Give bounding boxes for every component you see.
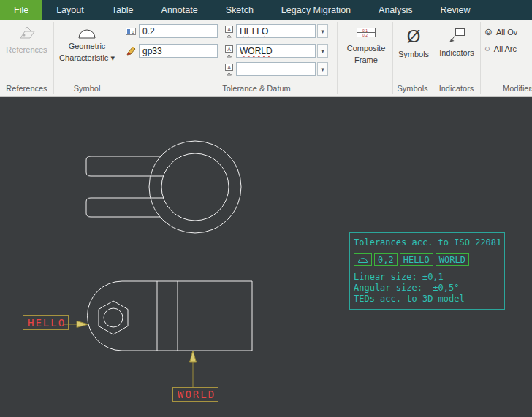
fcf-symbol-cell <box>354 253 372 266</box>
datum-dropdown-button-2[interactable]: ▾ <box>317 44 328 58</box>
svg-text:A: A <box>227 27 231 32</box>
note-linear-size: Linear size: ±0,1 <box>354 272 501 283</box>
datum-text-2: WORLD <box>240 46 273 56</box>
svg-text:A: A <box>227 65 231 70</box>
datum-field-1[interactable]: HELLO <box>236 24 316 38</box>
top-prong <box>86 156 164 176</box>
svg-text:0.2: 0.2 <box>362 33 368 37</box>
chevron-down-icon: ▾ <box>321 66 324 73</box>
group-label-references: References <box>0 84 53 93</box>
chevron-down-icon: ▾ <box>321 47 324 55</box>
composite-frame-icon: 0.1 0.2 <box>355 24 377 42</box>
feature-control-frame: 0,2 HELLO WORLD <box>354 253 501 266</box>
drawing-canvas: HELLO WORLD Tolerances acc. to ISO 22081… <box>0 97 532 417</box>
datum-field-3[interactable] <box>236 62 316 76</box>
geometric-characteristic-label-1: Geometric <box>69 42 106 51</box>
references-icon <box>18 24 37 43</box>
note-title: Tolerances acc. to ISO 22081 <box>354 237 501 248</box>
ribbon: References References Geometric Characte… <box>0 20 532 97</box>
group-label-symbols: Symbols <box>392 84 433 93</box>
menubar: File Layout Table Annotate Sketch Legacy… <box>0 0 532 20</box>
nut-hole <box>104 308 123 327</box>
indicator-leader-icon <box>446 26 467 46</box>
surface-profile-icon <box>76 26 98 39</box>
svg-text:A: A <box>227 47 231 52</box>
grade-pencil-icon <box>125 45 137 57</box>
datum-dropdown-button-3[interactable]: ▾ <box>317 62 328 76</box>
datum-icon-1: A <box>224 25 235 38</box>
diameter-icon: Ø <box>407 26 421 47</box>
tab-sketch[interactable]: Sketch <box>212 0 267 20</box>
surface-profile-icon <box>357 256 368 264</box>
grade-field[interactable]: gp33 <box>139 44 218 58</box>
chevron-down-icon: ▾ <box>110 53 115 62</box>
tolerance-value-icon: 0 <box>125 26 137 37</box>
tab-analysis[interactable]: Analysis <box>365 0 427 20</box>
note-teds: TEDs acc. to 3D-model <box>354 294 501 305</box>
indicators-button-label: Indicators <box>439 48 474 58</box>
bottom-prong <box>86 198 164 217</box>
all-over-icon: ⊚ <box>484 27 493 37</box>
world-callout-text: WORLD <box>178 389 216 400</box>
references-button[interactable]: References <box>3 24 50 55</box>
fcf-datum1-cell: HELLO <box>400 253 433 266</box>
symbols-button-label: Symbols <box>398 50 429 59</box>
datum-text-1: HELLO <box>240 26 268 37</box>
tab-file[interactable]: File <box>0 0 42 20</box>
composite-frame-button[interactable]: 0.1 0.2 Composite Frame <box>341 24 392 65</box>
references-button-label: References <box>6 45 47 55</box>
group-label-modifiers: Modifiers <box>503 84 532 93</box>
all-over-label: All Ov <box>496 28 517 37</box>
tab-table[interactable]: Table <box>98 0 148 20</box>
composite-frame-label-1: Composite <box>347 44 386 53</box>
tab-layout[interactable]: Layout <box>42 0 98 20</box>
datum-icon-3: A <box>224 63 235 76</box>
tolerance-value-field[interactable]: 0.2 <box>139 24 218 38</box>
datum-dropdown-button-1[interactable]: ▾ <box>317 24 328 38</box>
hello-leader-arrow <box>77 321 88 328</box>
grade-text: gp33 <box>142 46 162 56</box>
geometric-characteristic-button[interactable]: Geometric Characteristic ▾ <box>56 26 118 63</box>
fcf-tolerance-cell: 0,2 <box>374 253 398 266</box>
geometric-characteristic-label-2: Characteristic ▾ <box>59 53 115 63</box>
chevron-down-icon: ▾ <box>321 28 324 35</box>
world-leader-arrow <box>190 351 197 362</box>
hello-callout[interactable]: HELLO <box>23 315 69 330</box>
group-label-indicators: Indicators <box>433 84 480 93</box>
group-label-tolerance-datum: Tolerance & Datum <box>121 84 392 93</box>
fcf-datum2-cell: WORLD <box>436 253 469 266</box>
tolerance-note[interactable]: Tolerances acc. to ISO 22081 0,2 HELLO W… <box>349 232 505 310</box>
inner-circle <box>162 153 229 221</box>
all-around-label: All Arc <box>494 45 517 53</box>
all-around-toggle[interactable]: ○ All Arc <box>484 44 517 53</box>
symbols-button[interactable]: Ø Symbols <box>395 26 433 59</box>
outer-circle <box>149 141 241 233</box>
tab-review[interactable]: Review <box>427 0 484 20</box>
hello-callout-text: HELLO <box>28 317 66 329</box>
all-over-toggle[interactable]: ⊚ All Ov <box>484 27 517 37</box>
body-outline <box>88 281 253 351</box>
composite-frame-label-2: Frame <box>354 56 378 65</box>
tab-annotate[interactable]: Annotate <box>148 0 212 20</box>
tolerance-value-text: 0.2 <box>142 26 155 37</box>
indicators-button[interactable]: Indicators <box>435 26 479 58</box>
datum-icon-2: A <box>224 45 235 58</box>
hex-nut <box>99 301 128 334</box>
group-divider <box>480 22 481 94</box>
group-label-symbol: Symbol <box>53 84 121 93</box>
tab-legacy-migration[interactable]: Legacy Migration <box>267 0 365 20</box>
all-around-icon: ○ <box>484 44 490 53</box>
datum-field-2[interactable]: WORLD <box>236 44 316 58</box>
world-callout[interactable]: WORLD <box>172 387 218 402</box>
note-angular-size: Angular size: ±0,5° <box>354 283 501 294</box>
